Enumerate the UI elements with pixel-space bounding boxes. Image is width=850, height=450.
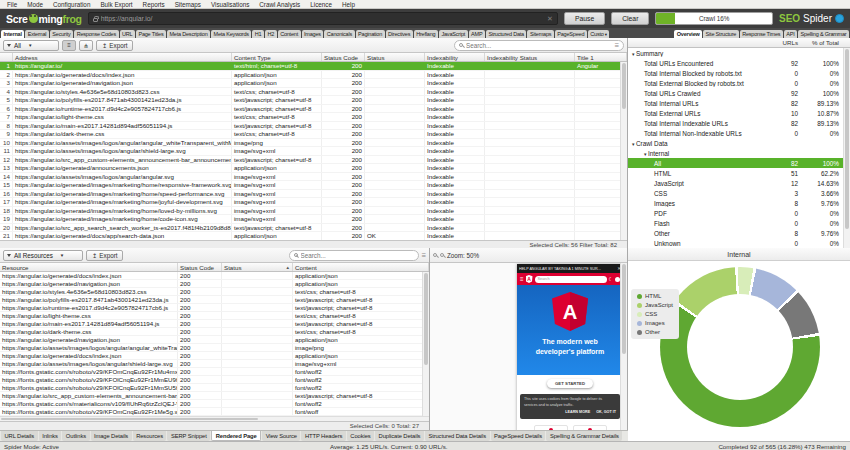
column-title-1[interactable]: Title 1 bbox=[575, 53, 627, 61]
main-tab[interactable]: Security bbox=[50, 30, 73, 38]
menu-item[interactable]: File bbox=[2, 1, 22, 8]
table-row[interactable]: https://angular.io/dark-theme.css 200 te… bbox=[0, 328, 429, 336]
overview-row[interactable]: PDF 0 0% bbox=[628, 208, 850, 218]
overview-col-urls[interactable]: URLs bbox=[766, 39, 798, 46]
bottom-tab[interactable]: Duplicate Details bbox=[375, 431, 424, 441]
table-row[interactable]: https://angular.io/src_app_custom-elemen… bbox=[0, 392, 429, 400]
overview-row[interactable]: Unknown 0 0% bbox=[628, 238, 850, 248]
legend-item[interactable]: HTML bbox=[637, 293, 673, 299]
search-box[interactable]: ☰ bbox=[454, 40, 624, 51]
table-row[interactable]: https://angular.io/light-theme.css 200 t… bbox=[0, 312, 429, 320]
bottom-tab[interactable]: Outlinks bbox=[62, 431, 89, 441]
filter-dropdown[interactable]: All ▼ bbox=[3, 40, 59, 51]
main-tab[interactable]: PageSpeed bbox=[555, 30, 587, 38]
legend-item[interactable]: Images bbox=[637, 320, 673, 326]
zoom-out-icon[interactable] bbox=[440, 253, 444, 257]
pause-button[interactable]: Pause bbox=[564, 12, 605, 25]
table-row[interactable]: 4 https://angular.io/styles.4e636e5e68d1… bbox=[0, 88, 627, 97]
resources-export-button[interactable]: ↥ Export bbox=[86, 250, 123, 261]
legend-item[interactable]: JavaScript bbox=[637, 302, 673, 308]
main-tab[interactable]: Response Codes bbox=[74, 30, 118, 38]
right-tab[interactable]: API bbox=[784, 30, 797, 38]
column-content-type[interactable]: Content Type bbox=[232, 53, 322, 61]
overview-row[interactable]: CSS 3 3.66% bbox=[628, 188, 850, 198]
zoom-in-icon[interactable] bbox=[433, 253, 437, 257]
menu-item[interactable]: Configuration bbox=[48, 1, 95, 8]
resources-filter-dropdown[interactable]: All Resources ▼ bbox=[3, 250, 83, 261]
internal-scrollbar[interactable] bbox=[620, 62, 627, 240]
table-row[interactable]: https://angular.io/generated/docs/index.… bbox=[0, 352, 429, 360]
main-tab[interactable]: Pagination bbox=[356, 30, 385, 38]
url-clear-icon[interactable]: ✕ bbox=[547, 15, 553, 23]
tree-view-button[interactable]: ⋔ bbox=[79, 40, 93, 51]
main-tab[interactable]: JavaScript bbox=[439, 30, 468, 38]
table-row[interactable]: 12 https://angular.io/src_app_custom-ele… bbox=[0, 156, 627, 165]
resources-search-input[interactable] bbox=[301, 252, 414, 259]
legend-item[interactable]: CSS bbox=[637, 311, 673, 317]
column-status-code[interactable]: Status Code bbox=[178, 263, 222, 271]
menu-item[interactable]: Reports bbox=[138, 1, 170, 8]
menu-item[interactable]: Crawl Analysis bbox=[254, 1, 305, 8]
table-row[interactable]: 5 https://angular.io/polyfills-es2017.84… bbox=[0, 96, 627, 105]
right-tab[interactable]: Response Times bbox=[740, 30, 783, 38]
search-input[interactable] bbox=[466, 42, 612, 49]
table-row[interactable]: 15 https://angular.io/generated/images/m… bbox=[0, 181, 627, 190]
overview-row[interactable]: All 82 100% bbox=[628, 158, 850, 168]
table-row[interactable]: 1 https://angular.io/ text/html; charset… bbox=[0, 62, 627, 71]
table-row[interactable]: https://angular.io/main-es2017.14281d894… bbox=[0, 320, 429, 328]
overview-row[interactable]: Total URLs Encountered 92 100% bbox=[628, 58, 850, 68]
main-tab[interactable]: Content bbox=[278, 30, 301, 38]
overview-row[interactable]: Total Internal Blocked by robots.txt 0 0… bbox=[628, 68, 850, 78]
column-resource[interactable]: Resource bbox=[0, 263, 178, 271]
bottom-tab[interactable]: SERP Snippet bbox=[167, 431, 210, 441]
table-row[interactable]: https://fonts.gstatic.com/s/roboto/v29/K… bbox=[0, 368, 429, 376]
column-status[interactable]: Status bbox=[365, 53, 425, 61]
main-tab[interactable]: Hreflang bbox=[414, 30, 438, 38]
overview-row[interactable]: Other 8 9.76% bbox=[628, 228, 850, 238]
right-tab[interactable]: Overview bbox=[674, 30, 702, 38]
overview-row[interactable]: Total URLs Crawled 92 100% bbox=[628, 88, 850, 98]
right-tab[interactable]: Site Structure bbox=[703, 30, 739, 38]
table-row[interactable]: https://angular.io/runtime-es2017.d9d4c2… bbox=[0, 304, 429, 312]
resources-search-box[interactable] bbox=[289, 250, 419, 261]
bottom-tab[interactable]: Image Details bbox=[91, 431, 132, 441]
clear-button[interactable]: Clear bbox=[611, 12, 649, 25]
table-row[interactable]: 8 https://angular.io/main-es2017.14281d8… bbox=[0, 122, 627, 131]
scrollbar-thumb[interactable] bbox=[424, 273, 428, 365]
column-status-code[interactable]: Status Code bbox=[322, 53, 365, 61]
main-tab[interactable]: Page Titles bbox=[136, 30, 166, 38]
table-row[interactable]: 20 https://angular.io/src_app_search_sea… bbox=[0, 224, 627, 233]
list-view-button[interactable]: ≡ bbox=[62, 40, 76, 51]
main-tab[interactable]: External bbox=[25, 30, 49, 38]
overview-col-pct[interactable]: % of Total bbox=[798, 39, 842, 46]
table-row[interactable]: https://angular.io/generated/docs/index.… bbox=[0, 272, 429, 280]
table-row[interactable]: 11 https://angular.io/assets/images/logo… bbox=[0, 147, 627, 156]
menu-item[interactable]: Visualisations bbox=[206, 1, 254, 8]
table-row[interactable]: 13 https://angular.io/generated/announce… bbox=[0, 164, 627, 173]
url-input[interactable] bbox=[101, 15, 544, 22]
table-row[interactable]: 14 https://angular.io/assets/images/logo… bbox=[0, 173, 627, 182]
overview-row[interactable]: Flash 0 0% bbox=[628, 218, 850, 228]
table-row[interactable]: 16 https://angular.io/generated/images/m… bbox=[0, 190, 627, 199]
menu-item[interactable]: Help bbox=[337, 1, 360, 8]
main-tab[interactable]: Meta Description bbox=[167, 30, 210, 38]
bottom-tab[interactable]: Inlinks bbox=[39, 431, 62, 441]
scrollbar-thumb[interactable] bbox=[845, 49, 849, 229]
main-tab[interactable]: Custo bbox=[588, 30, 609, 38]
main-tab[interactable]: URL bbox=[120, 30, 135, 38]
table-row[interactable]: 7 https://angular.io/light-theme.css tex… bbox=[0, 113, 627, 122]
resources-options-icon[interactable]: ☰ bbox=[422, 252, 426, 258]
bottom-tab[interactable]: Cookies bbox=[347, 431, 374, 441]
export-button[interactable]: ↥ Export bbox=[96, 40, 133, 51]
overview-row[interactable]: Internal bbox=[628, 148, 850, 158]
overview-row[interactable]: Total External Blocked by robots.txt 0 0… bbox=[628, 78, 850, 88]
url-bar[interactable]: ✕ bbox=[88, 12, 558, 25]
resources-scrollbar[interactable] bbox=[422, 272, 429, 416]
overview-row[interactable]: Total Internal URLs 82 89.13% bbox=[628, 98, 850, 108]
table-row[interactable]: 9 https://angular.io/dark-theme.css text… bbox=[0, 130, 627, 139]
overview-row[interactable]: Crawl Data bbox=[628, 138, 850, 148]
scrollbar-thumb[interactable] bbox=[1, 418, 258, 420]
main-tab[interactable]: Directives bbox=[386, 30, 413, 38]
overview-row[interactable]: JavaScript 12 14.63% bbox=[628, 178, 850, 188]
bottom-tab[interactable]: Spelling & Grammar Details bbox=[546, 431, 622, 441]
